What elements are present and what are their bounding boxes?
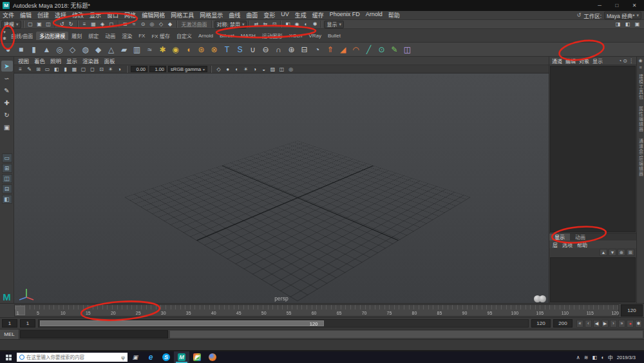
select-hierarchy-icon[interactable]: ≡	[80, 21, 89, 28]
menu-set-dropdown[interactable]: 建模	[1, 21, 21, 28]
snap-to-grid-icon[interactable]: ⊞	[121, 21, 129, 28]
shelf-tab-曲线/曲面[interactable]: 曲线/曲面	[8, 32, 36, 40]
poly-pyramid-icon[interactable]: △	[105, 43, 117, 55]
play-backwards-button[interactable]: ◀	[593, 320, 600, 328]
grease-pencil-icon[interactable]: ✎	[25, 66, 33, 73]
command-language-toggle[interactable]: MEL	[0, 329, 19, 339]
poly-prism-icon[interactable]: ▰	[118, 43, 130, 55]
close-button[interactable]: ✕	[627, 1, 641, 10]
shelf-tab-MASH[interactable]: MASH	[238, 32, 259, 39]
extrude-icon[interactable]: ⇑	[324, 43, 336, 55]
shelf-gear-icon[interactable]: ✱	[1, 35, 8, 42]
shelf-tab-运动图形[interactable]: 运动图形	[259, 32, 286, 40]
layer-move-up-icon[interactable]: ▲	[600, 249, 607, 256]
make-live-icon[interactable]: ◆	[166, 21, 175, 28]
poly-sphere-icon[interactable]: ●	[2, 43, 14, 55]
layout-two-pane-side[interactable]: ◫	[2, 174, 12, 183]
super-ellipse-icon[interactable]: ◖	[182, 43, 194, 55]
svg-tool-icon[interactable]: S	[234, 43, 246, 55]
boolean-union-icon[interactable]: ∪	[247, 43, 259, 55]
firefox-app-icon[interactable]	[205, 351, 220, 363]
poly-helix-icon[interactable]: ≈	[144, 43, 156, 55]
wireframe-icon[interactable]: ◇	[214, 66, 223, 73]
menu-窗口[interactable]: 窗口	[107, 11, 118, 19]
viewport-panel[interactable]: 视图着色照明显示渲染器面板 ≡✎⊞▭◧▮▦▢◻⊡☀◑ 0.00 1.00 sRG…	[14, 57, 549, 303]
step-forward-key-button[interactable]: ›	[610, 320, 617, 328]
lighting-icon[interactable]: ☀	[106, 66, 115, 73]
range-slider-track[interactable]: 120	[38, 319, 529, 328]
select-object-icon[interactable]: ▦	[90, 21, 98, 28]
poly-cylinder-icon[interactable]: ▮	[28, 43, 40, 55]
open-scene-icon[interactable]: ▣	[35, 21, 44, 28]
workspace-list-icon[interactable]: ≡	[639, 65, 641, 70]
smooth-icon[interactable]: ◔	[311, 43, 323, 55]
channel-menu-对象[interactable]: 对象	[579, 57, 589, 64]
menu-编辑网格[interactable]: 编辑网格	[142, 11, 165, 19]
layout-four-pane[interactable]: ⊞	[2, 164, 12, 173]
safe-action-icon[interactable]: ▢	[79, 66, 88, 73]
gamma-mode-dropdown[interactable]: sRGB gamma	[168, 66, 207, 72]
target-weld-icon[interactable]: ⊙	[375, 43, 388, 55]
move-tool[interactable]: ✚	[1, 97, 13, 108]
layer-menu-帮助[interactable]: 帮助	[577, 241, 587, 248]
shelf-tab-XGen[interactable]: XGen	[286, 32, 305, 39]
viewport-canvas[interactable]: persp	[14, 74, 549, 303]
render-settings-icon[interactable]: ✱	[310, 21, 319, 28]
shelf-tab-绑定[interactable]: 绑定	[85, 32, 102, 40]
shelf-tab-多边形建模[interactable]: 多边形建模	[36, 32, 68, 40]
animation-preferences-button[interactable]: ✱	[635, 320, 642, 328]
quad-draw-icon[interactable]: ✎	[388, 43, 401, 55]
sidebar-display-dropdown[interactable]: 显示	[324, 21, 344, 28]
snap-to-curve-icon[interactable]: ≈	[130, 21, 138, 28]
channel-menu-显示[interactable]: 显示	[592, 57, 603, 64]
workspace-selector[interactable]: ↺ 工作区: Maya 经典*	[576, 12, 641, 19]
menu-网格[interactable]: 网格	[124, 11, 136, 19]
shadow-toggle-icon[interactable]: ◑	[251, 66, 259, 73]
maximize-button[interactable]: □	[610, 1, 624, 10]
snap-to-view-plane-icon[interactable]: ◇	[157, 21, 166, 28]
edge-app-icon[interactable]: e	[143, 351, 158, 363]
isolate-select-icon[interactable]: ◎	[287, 66, 295, 73]
shelf-tab-VRay[interactable]: VRay	[305, 32, 325, 39]
layer-list[interactable]	[550, 257, 636, 302]
playback-end-field[interactable]: 120	[531, 319, 551, 328]
shelf-tab-FX[interactable]: FX	[135, 32, 148, 39]
frame-all-icon[interactable]: ⊡	[97, 66, 106, 73]
xray-icon[interactable]: ◫	[278, 66, 286, 73]
separate-icon[interactable]: ⊟	[298, 43, 310, 55]
channel-menu-编辑[interactable]: 编辑	[565, 57, 576, 64]
live-surface-field[interactable]: 无激活曲面	[182, 21, 207, 28]
toggle-channel-box-icon[interactable]: ▣	[633, 21, 641, 28]
type-tool-icon[interactable]: T	[221, 43, 233, 55]
task-view-button[interactable]: ▣	[128, 351, 143, 363]
display-tray-icon[interactable]: ◧	[592, 355, 597, 360]
layout-outliner-persp[interactable]: ◧	[2, 195, 12, 204]
shelf-tab-Bifrost[interactable]: Bifrost	[216, 32, 238, 39]
bridge-icon[interactable]: ◠	[350, 43, 362, 55]
menu-曲线[interactable]: 曲线	[229, 11, 240, 19]
input-connections-icon[interactable]: ⇄	[252, 21, 260, 28]
playback-start-field[interactable]: 1	[20, 319, 35, 328]
poly-gear-icon[interactable]: ✱	[156, 43, 169, 55]
panel-menu-icon[interactable]: ≡	[16, 66, 24, 73]
ime-indicator[interactable]: 中	[608, 354, 613, 361]
panel-menu-面板[interactable]: 面板	[104, 57, 115, 64]
shelf-tab-Bullet[interactable]: Bullet	[325, 32, 344, 39]
shadows-icon[interactable]: ◑	[115, 66, 124, 73]
use-all-lights-icon[interactable]: ☀	[242, 66, 250, 73]
menu-Arnold[interactable]: Arnold	[366, 11, 383, 19]
skype-app-icon[interactable]: S	[158, 351, 174, 363]
minimize-button[interactable]: ─	[592, 1, 607, 10]
menu-修改[interactable]: 修改	[72, 11, 84, 19]
shelf-tab-自定义[interactable]: 自定义	[173, 32, 195, 40]
menu-创建[interactable]: 创建	[37, 11, 49, 19]
go-to-start-button[interactable]: «	[576, 320, 583, 328]
step-back-key-button[interactable]: ‹	[585, 320, 592, 328]
search-input[interactable]	[26, 355, 119, 360]
side-tab-建模工具包[interactable]: 建模工具包	[638, 74, 644, 100]
poly-pipe-icon[interactable]: ▥	[131, 43, 143, 55]
layer-move-down-icon[interactable]: ▼	[609, 249, 616, 256]
gamma-field[interactable]: 1.00	[149, 66, 166, 72]
ultra-shape-icon[interactable]: ⊗	[208, 43, 220, 55]
render-current-frame-icon[interactable]: ◉	[292, 21, 301, 28]
